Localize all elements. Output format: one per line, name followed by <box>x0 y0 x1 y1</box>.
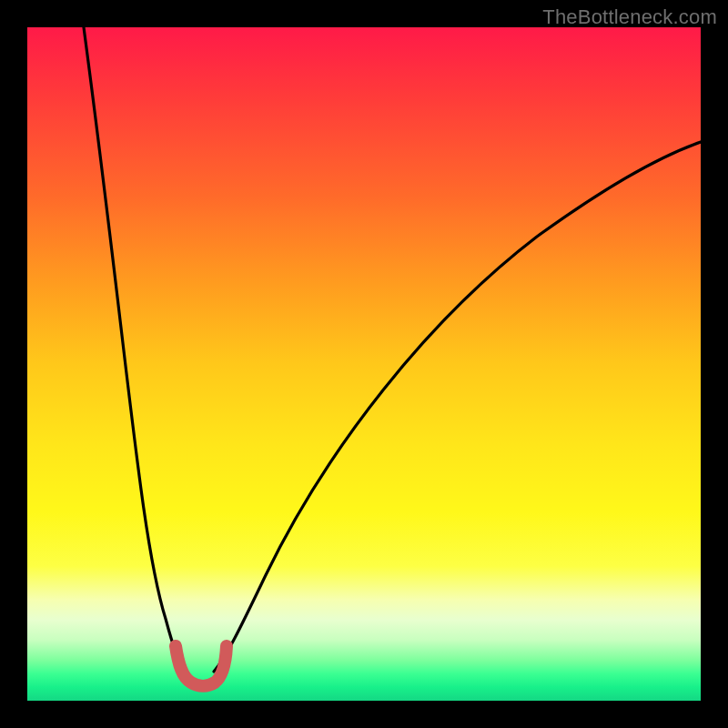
bottom-u-curve <box>176 646 227 686</box>
chart-frame: TheBottleneck.com <box>0 0 728 728</box>
curve-layer <box>27 27 701 701</box>
watermark-text: TheBottleneck.com <box>542 5 717 29</box>
right-curve <box>214 142 701 672</box>
left-curve <box>84 27 187 672</box>
plot-area <box>27 27 701 701</box>
